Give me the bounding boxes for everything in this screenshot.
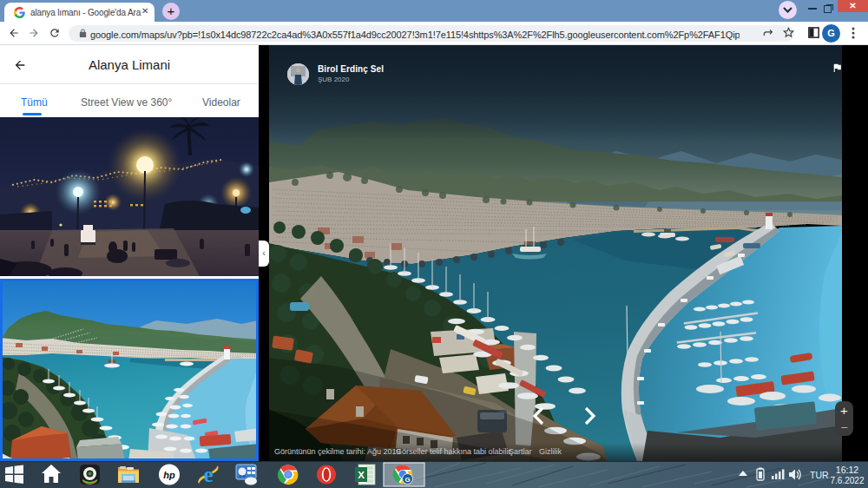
svg-text:e: e <box>203 463 213 486</box>
svg-text:G: G <box>404 476 410 484</box>
svg-text:7.6.2022: 7.6.2022 <box>831 476 865 485</box>
svg-text:16:12: 16:12 <box>836 465 858 475</box>
svg-text:hp: hp <box>163 470 175 480</box>
svg-text:TUR: TUR <box>810 470 829 480</box>
svg-text:X: X <box>358 470 365 480</box>
